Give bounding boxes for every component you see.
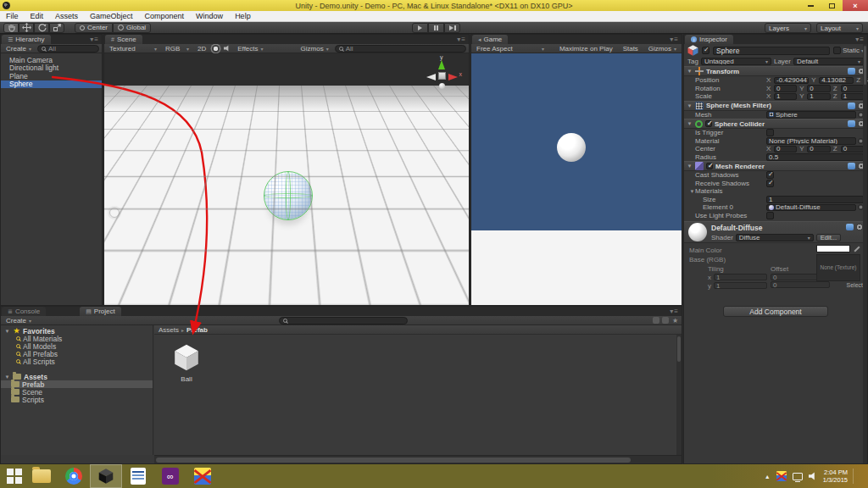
play-button[interactable]	[412, 23, 428, 33]
scene-gizmos-dropdown[interactable]: Gizmos	[298, 45, 331, 53]
hierarchy-create-dropdown[interactable]: Create	[3, 45, 34, 53]
scene-audio-toggle[interactable]	[224, 45, 231, 52]
add-component-button[interactable]: Add Component	[723, 306, 828, 317]
help-icon[interactable]	[848, 103, 855, 109]
shader-dropdown[interactable]: Diffuse	[736, 234, 814, 241]
tray-expand-icon[interactable]: ▲	[765, 474, 771, 480]
effects-dropdown[interactable]: Effects	[235, 45, 265, 53]
asset-ball[interactable]: Ball	[168, 344, 205, 383]
foldout-icon[interactable]: ▼	[687, 69, 693, 74]
scene-orientation-gizmo[interactable]: y x	[425, 60, 459, 94]
mesh-object-field[interactable]: Sphere	[766, 111, 856, 119]
favorite-search-icon[interactable]: ★	[671, 317, 679, 324]
hierarchy-item-main-camera[interactable]: Main Camera	[1, 56, 102, 64]
start-button[interactable]	[3, 465, 25, 487]
help-icon[interactable]	[846, 224, 854, 230]
project-vertical-scrollbar[interactable]	[676, 335, 682, 455]
move-tool-button[interactable]	[19, 23, 34, 33]
search-by-label-icon[interactable]	[662, 317, 669, 324]
center-y-field[interactable]: 0	[807, 146, 830, 153]
scale-y-field[interactable]: 1	[807, 93, 830, 101]
physic-material-field[interactable]: None (Physic Material)	[766, 137, 856, 145]
static-toggle[interactable]: Static▾	[833, 47, 864, 54]
hierarchy-item-directional-light[interactable]: Directional light	[1, 64, 102, 73]
inspector-scrollbar[interactable]	[863, 44, 867, 463]
object-name-field[interactable]: Sphere	[713, 47, 830, 55]
help-icon[interactable]	[848, 120, 855, 127]
tray-app-icon[interactable]	[776, 471, 787, 481]
pause-button[interactable]	[428, 23, 444, 33]
help-icon[interactable]	[848, 163, 855, 169]
taskbar-media-app-button[interactable]	[186, 464, 219, 488]
pane-menu-icon[interactable]: ▾≡	[670, 308, 679, 315]
layout-dropdown[interactable]: Layout	[816, 23, 863, 33]
breadcrumb-assets[interactable]: Assets	[159, 326, 179, 334]
hierarchy-item-plane[interactable]: Plane	[1, 72, 102, 80]
hand-tool-button[interactable]	[3, 23, 19, 33]
pane-menu-icon[interactable]: ▾≡	[670, 36, 679, 43]
position-y-field[interactable]: 4.13082	[819, 77, 854, 85]
pane-menu-icon[interactable]: ▾≡	[855, 36, 865, 43]
tiling-x-field[interactable]: 1	[714, 274, 767, 280]
scene-search-input[interactable]: All	[335, 45, 466, 53]
favorites-all-scripts[interactable]: All Scripts	[1, 358, 153, 365]
tab-project[interactable]: ▤Project	[80, 307, 121, 316]
shading-mode-dropdown[interactable]: Textured	[107, 45, 159, 53]
scale-tool-button[interactable]	[49, 23, 64, 33]
tab-hierarchy[interactable]: ☰Hierarchy	[2, 35, 51, 44]
restore-button[interactable]	[821, 0, 843, 11]
sphere-collider-header[interactable]: ▼ Sphere Collider	[684, 119, 867, 129]
rotation-y-field[interactable]: 0	[807, 85, 830, 92]
receive-shadows-checkbox[interactable]	[766, 180, 774, 187]
radius-field[interactable]: 0.5	[766, 153, 864, 161]
folder-scripts[interactable]: Scripts	[1, 396, 153, 403]
menu-assets[interactable]: Assets	[49, 12, 84, 20]
material-header[interactable]: Default-Diffuse Shader Diffuse Edit...	[684, 221, 867, 243]
light-probes-checkbox[interactable]	[766, 212, 774, 219]
project-search-input[interactable]	[279, 317, 408, 324]
renderer-enabled-checkbox[interactable]	[706, 163, 713, 169]
gizmo-center-cube[interactable]	[438, 72, 446, 80]
directional-light-gizmo[interactable]	[109, 208, 120, 218]
tab-inspector[interactable]: iInspector	[685, 35, 733, 44]
pane-menu-icon[interactable]: ▾≡	[457, 36, 466, 43]
mesh-renderer-header[interactable]: ▼ Mesh Renderer	[684, 161, 867, 171]
foldout-icon[interactable]: ▼	[687, 121, 693, 126]
main-color-swatch[interactable]	[816, 245, 850, 252]
scene-sphere-object[interactable]	[264, 172, 312, 219]
gizmo-y-axis[interactable]	[438, 60, 445, 69]
rotate-tool-button[interactable]	[34, 23, 49, 33]
tab-game[interactable]: ◂Game	[472, 35, 508, 44]
tab-scene[interactable]: #Scene	[105, 35, 142, 44]
scene-viewport[interactable]: y x	[104, 53, 469, 305]
position-x-field[interactable]: -0.4290447	[774, 77, 809, 85]
maximize-on-play-toggle[interactable]: Maximize on Play	[557, 45, 615, 53]
center-z-field[interactable]: 0	[841, 146, 864, 153]
tab-console[interactable]: ≣Console	[2, 307, 46, 316]
foldout-icon[interactable]: ▼	[687, 164, 693, 169]
texture-select-button[interactable]: Select	[816, 282, 863, 288]
pivot-toggle[interactable]: Center	[75, 23, 113, 33]
rotation-z-field[interactable]: 0	[841, 85, 864, 92]
orientation-toggle[interactable]: Global	[113, 23, 151, 33]
hierarchy-item-sphere[interactable]: Sphere	[1, 80, 102, 89]
taskbar-explorer-button[interactable]	[25, 464, 58, 488]
gizmo-persp-sphere[interactable]	[439, 83, 445, 89]
menu-window[interactable]: Window	[190, 12, 229, 20]
minimize-button[interactable]	[800, 0, 821, 11]
menu-gameobject[interactable]: GameObject	[84, 12, 139, 20]
materials-size-field[interactable]: 1	[766, 196, 864, 203]
show-desktop-button[interactable]	[861, 464, 865, 488]
gizmo-x-axis[interactable]	[448, 74, 458, 80]
hierarchy-search-input[interactable]: All	[37, 45, 99, 53]
project-horizontal-scrollbar[interactable]	[154, 455, 682, 463]
tiling-y-field[interactable]: 1	[714, 282, 767, 289]
stats-toggle[interactable]: Stats	[620, 45, 641, 53]
mesh-filter-header[interactable]: ▼ Sphere (Mesh Filter)	[684, 101, 867, 111]
volume-icon[interactable]	[809, 472, 817, 480]
scale-z-field[interactable]: 1	[841, 93, 864, 101]
element0-object-field[interactable]: Default-Diffuse	[766, 204, 856, 212]
close-button[interactable]: ×	[843, 0, 868, 11]
rotation-x-field[interactable]: 0	[774, 85, 797, 92]
tag-dropdown[interactable]: Untagged	[701, 58, 771, 65]
